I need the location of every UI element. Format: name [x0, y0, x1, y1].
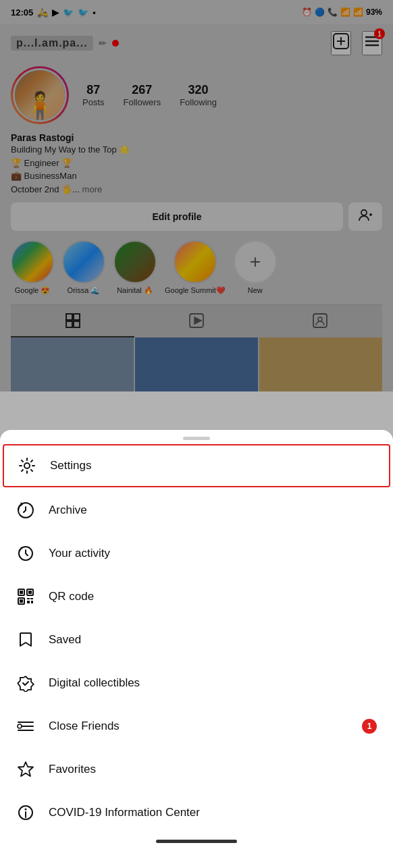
highlight-label-nainital: Nainital 🔥: [113, 286, 157, 295]
following-label: Following: [180, 97, 217, 107]
highlight-item-google[interactable]: Google 😍: [11, 240, 54, 295]
highlight-label-summit: Google Summit❤️: [165, 286, 226, 295]
gear-icon: [18, 456, 36, 475]
close-friends-label: Close Friends: [49, 720, 120, 733]
menu-item-your-activity[interactable]: Your activity: [0, 532, 393, 575]
menu-item-digital-collectibles[interactable]: Digital collectibles: [0, 661, 393, 705]
qr-icon: [16, 587, 35, 606]
avatar-photo: 🧍: [15, 70, 65, 120]
tab-grid[interactable]: [11, 305, 134, 337]
followers-stat[interactable]: 267 Followers: [124, 83, 161, 107]
menu-item-saved[interactable]: Saved: [0, 618, 393, 661]
svg-point-6: [361, 210, 367, 215]
covid-label: COVID-19 Information Center: [49, 806, 200, 819]
svg-rect-15: [313, 314, 327, 327]
svg-point-16: [318, 317, 322, 321]
following-stat[interactable]: 320 Following: [180, 83, 217, 107]
svg-rect-29: [31, 601, 33, 603]
add-person-button[interactable]: [348, 202, 382, 231]
sheet-handle: [183, 437, 210, 440]
menu-item-close-friends[interactable]: Close Friends 1: [0, 705, 393, 748]
menu-item-qr-code[interactable]: QR code: [0, 575, 393, 618]
close-friends-icon: [16, 717, 35, 736]
posts-label: Posts: [82, 97, 105, 107]
svg-rect-25: [20, 599, 23, 603]
grid-cell-3: [259, 337, 382, 391]
svg-point-36: [25, 809, 27, 811]
svg-rect-21: [20, 591, 23, 594]
edit-profile-row: Edit profile: [11, 202, 382, 231]
svg-marker-14: [194, 317, 201, 324]
menu-button[interactable]: 1: [362, 31, 382, 55]
menu-item-archive[interactable]: Archive: [0, 489, 393, 532]
bio-more-link[interactable]: more: [82, 184, 103, 194]
username-bar: p...l.am.pa... ✏: [11, 36, 119, 51]
avatar-inner: 🧍: [13, 68, 67, 122]
menu-notification-badge: 1: [374, 28, 385, 39]
settings-label: Settings: [50, 459, 91, 472]
home-indicator: [0, 834, 393, 848]
bottom-sheet: Settings Archive Your activity: [0, 430, 393, 868]
highlight-label-google: Google 😍: [11, 286, 54, 295]
highlight-new-circle: +: [234, 240, 277, 283]
covid-icon: [16, 803, 35, 822]
your-activity-label: Your activity: [49, 547, 110, 560]
stats-row: 87 Posts 267 Followers 320 Following: [82, 83, 382, 107]
twitter-icon: 🐦: [63, 7, 74, 18]
grid-posts-preview: [11, 337, 382, 391]
posts-stat[interactable]: 87 Posts: [82, 83, 105, 107]
svg-rect-27: [30, 598, 33, 599]
highlight-item-orissa[interactable]: Orissa 🌊: [62, 240, 105, 295]
svg-rect-28: [27, 601, 30, 603]
menu-item-favorites[interactable]: Favorites: [0, 748, 393, 791]
top-bar: p...l.am.pa... ✏ 1: [11, 31, 382, 55]
dot-icon: •: [93, 7, 96, 18]
highlight-item-nainital[interactable]: Nainital 🔥: [113, 240, 157, 295]
menu-item-settings[interactable]: Settings: [3, 444, 390, 487]
svg-rect-23: [28, 591, 32, 594]
bio-line-4: October 2nd 🖐... more: [11, 183, 382, 196]
menu-item-covid[interactable]: COVID-19 Information Center: [0, 791, 393, 834]
highlight-item-new[interactable]: + New: [234, 240, 277, 295]
svg-point-17: [24, 463, 30, 468]
tab-reels[interactable]: [134, 305, 258, 337]
activity-icon: [16, 544, 35, 563]
edit-pencil-icon[interactable]: ✏: [99, 38, 107, 49]
highlight-circle-orissa: [62, 240, 105, 283]
svg-point-33: [18, 724, 22, 728]
svg-rect-11: [66, 321, 72, 327]
highlight-circle-nainital: [113, 240, 157, 283]
favorites-label: Favorites: [49, 763, 96, 776]
highlight-label-orissa: Orissa 🌊: [62, 286, 105, 295]
status-right: ⏰ 🔵 📞 📶 📶 93%: [302, 7, 382, 17]
bookmark-icon: [16, 630, 35, 649]
grid-cell-2: [135, 337, 258, 391]
top-icons: 1: [331, 31, 382, 55]
edit-profile-button[interactable]: Edit profile: [11, 202, 343, 231]
status-bar: 12:05 🛵 ▶ 🐦 🐦 • ⏰ 🔵 📞 📶 📶 93%: [0, 0, 393, 24]
bio-section: Paras Rastogi Building My Way to the Top…: [11, 132, 382, 196]
highlight-label-new: New: [234, 286, 277, 294]
profile-tabs-row: [11, 304, 382, 337]
followers-count: 267: [124, 83, 161, 97]
battery-text: 93%: [366, 7, 382, 17]
bluetooth-icon: 🔵: [315, 7, 325, 17]
swiggy-icon: 🛵: [37, 7, 48, 18]
collectibles-icon: [16, 674, 35, 693]
highlight-circle-summit: [174, 240, 217, 283]
username-display: p...l.am.pa...: [11, 36, 93, 51]
add-post-button[interactable]: [331, 31, 351, 55]
digital-collectibles-label: Digital collectibles: [49, 676, 140, 690]
archive-label: Archive: [49, 504, 87, 517]
new-highlight-plus-icon: +: [250, 251, 261, 273]
grid-cell-1: [11, 337, 134, 391]
profile-name: Paras Rastogi: [11, 132, 382, 143]
tab-tagged[interactable]: [259, 305, 382, 337]
star-icon: [16, 760, 35, 779]
highlight-item-summit[interactable]: Google Summit❤️: [165, 240, 226, 295]
avatar-wrapper: 🧍: [11, 66, 69, 124]
avatar-person-icon: 🧍: [22, 90, 57, 120]
youtube-icon: ▶: [52, 7, 59, 18]
following-count: 320: [180, 83, 217, 97]
highlights-row: Google 😍 Orissa 🌊 Nainital 🔥 Google Summ…: [11, 240, 382, 304]
